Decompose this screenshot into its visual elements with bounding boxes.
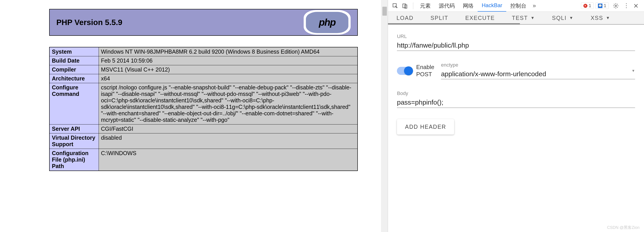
table-row: Server APICGI/FastCGI	[50, 124, 358, 134]
close-devtools-icon[interactable]	[632, 1, 640, 10]
php-version-title: PHP Version 5.5.9	[56, 18, 122, 27]
add-header-button[interactable]: ADD HEADER	[397, 119, 454, 134]
phpinfo-table: SystemWindows NT WIN-98JMPHBA8MR 6.2 bui…	[49, 47, 358, 171]
message-icon: 💬	[598, 4, 602, 8]
hackbar-tab-load[interactable]: LOAD	[388, 11, 422, 25]
devtools-panel: 元素 源代码 网络 HackBar 控制台 » ✕ 1 💬 1 ⋮	[388, 0, 644, 232]
kebab-menu-icon[interactable]: ⋮	[621, 2, 632, 9]
tab-elements[interactable]: 元素	[416, 0, 435, 12]
enable-post-label: EnablePOST	[416, 64, 434, 78]
hackbar-tab-split[interactable]: SPLIT	[422, 11, 456, 25]
settings-icon[interactable]	[611, 1, 620, 10]
hackbar-scroll-indicator[interactable]	[388, 23, 520, 24]
error-badge[interactable]: ✕ 1	[581, 2, 594, 9]
table-label: Build Date	[50, 56, 98, 65]
table-label: Virtual Directory Support	[50, 134, 98, 149]
url-field-group: URL	[397, 34, 635, 51]
table-row: Configuration File (php.ini) PathC:\WIND…	[50, 149, 358, 171]
hackbar-tab-sqli[interactable]: SQLI▼	[544, 11, 582, 25]
phpinfo-header: PHP Version 5.5.9 php	[49, 9, 358, 36]
hackbar-tab-xss[interactable]: XSS▼	[582, 11, 619, 25]
message-count: 1	[604, 3, 606, 8]
chevron-down-icon: ▼	[569, 16, 574, 20]
inspect-icon[interactable]	[391, 1, 400, 10]
table-label: Configuration File (php.ini) Path	[50, 149, 98, 171]
table-label: Server API	[50, 124, 98, 134]
hackbar-tab-execute[interactable]: EXECUTE	[457, 11, 503, 25]
svg-rect-1	[403, 4, 406, 8]
chevron-down-icon: ▼	[606, 16, 610, 20]
message-badge[interactable]: 💬 1	[596, 2, 609, 9]
table-value: cscript /nologo configure.js "--enable-s…	[98, 83, 358, 124]
post-row: EnablePOST enctype application/x-www-for…	[397, 62, 635, 79]
table-value: MSVC11 (Visual C++ 2012)	[98, 65, 358, 74]
enctype-field-group: enctype application/x-www-form-urlencode…	[441, 62, 635, 79]
table-row: CompilerMSVC11 (Visual C++ 2012)	[50, 65, 358, 74]
enctype-select[interactable]: application/x-www-form-urlencoded	[441, 69, 635, 79]
device-toggle-icon[interactable]	[400, 1, 410, 10]
tabs-overflow-icon[interactable]: »	[530, 2, 538, 9]
hackbar-body: URL EnablePOST enctype application/x-www…	[388, 24, 644, 144]
enable-post-toggle[interactable]	[397, 67, 412, 75]
url-input[interactable]	[397, 40, 635, 51]
scrollbar-thumb[interactable]	[382, 7, 387, 16]
table-label: Configure Command	[50, 83, 98, 124]
php-logo-text: php	[306, 12, 348, 33]
table-value: Feb 5 2014 10:59:06	[98, 56, 358, 65]
table-label: Architecture	[50, 74, 98, 83]
url-label: URL	[397, 34, 635, 39]
table-row: Architecturex64	[50, 74, 358, 83]
table-label: System	[50, 47, 98, 56]
table-row: Virtual Directory Supportdisabled	[50, 134, 358, 149]
watermark: CSDN @黑客Zion	[607, 225, 640, 230]
body-label: Body	[397, 90, 635, 96]
table-label: Compiler	[50, 65, 98, 74]
tab-console[interactable]: 控制台	[506, 0, 530, 12]
phpinfo-panel: PHP Version 5.5.9 php SystemWindows NT W…	[0, 0, 388, 232]
table-row: Configure Commandcscript /nologo configu…	[50, 83, 358, 124]
chevron-down-icon: ▼	[531, 16, 535, 20]
left-scrollbar[interactable]	[381, 0, 388, 232]
table-row: Build DateFeb 5 2014 10:59:06	[50, 56, 358, 65]
svg-point-3	[615, 5, 617, 6]
error-icon: ✕	[584, 4, 588, 8]
table-row: SystemWindows NT WIN-98JMPHBA8MR 6.2 bui…	[50, 47, 358, 56]
table-value: x64	[98, 74, 358, 83]
table-value: CGI/FastCGI	[98, 124, 358, 134]
body-field-group: Body	[397, 90, 635, 108]
php-logo: php	[304, 10, 350, 35]
table-value: C:\WINDOWS	[98, 149, 358, 171]
tab-hackbar[interactable]: HackBar	[478, 0, 506, 12]
table-value: disabled	[98, 134, 358, 149]
tab-network[interactable]: 网络	[459, 0, 478, 12]
toggle-knob	[404, 66, 413, 75]
devtools-toolbar: 元素 源代码 网络 HackBar 控制台 » ✕ 1 💬 1 ⋮	[388, 0, 644, 12]
hackbar-tab-strip: LOAD SPLIT EXECUTE TEST▼ SQLI▼ XSS▼	[388, 12, 644, 24]
error-count: 1	[589, 3, 591, 8]
enable-post-toggle-wrap: EnablePOST	[397, 64, 434, 78]
table-value: Windows NT WIN-98JMPHBA8MR 6.2 build 920…	[98, 47, 358, 56]
enctype-label: enctype	[441, 62, 635, 68]
tab-sources[interactable]: 源代码	[435, 0, 459, 12]
body-input[interactable]	[397, 97, 635, 108]
hackbar-tab-test[interactable]: TEST▼	[503, 11, 544, 25]
